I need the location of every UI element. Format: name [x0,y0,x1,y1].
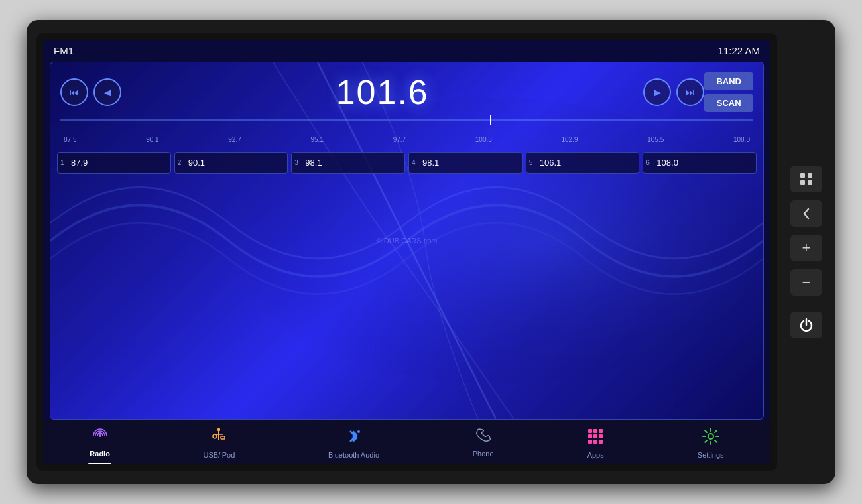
svg-rect-19 [800,173,805,178]
tuner-label: 97.7 [393,136,406,143]
tuner-label: 102.9 [562,136,578,143]
usb-icon [211,428,227,449]
tuner-section: 87.590.192.795.197.7100.3102.9105.5108.0 [50,115,763,147]
tick-marks-svg [60,123,753,135]
side-button-panel: + − [787,159,826,345]
left-controls: ⏮ ◀ [60,78,121,106]
nav-usb-label: USB/iPod [204,451,235,459]
tuner-label: 108.0 [733,136,750,143]
tuner-label: 105.5 [647,136,664,143]
nav-bluetooth-label: Bluetooth Audio [328,451,379,459]
back-button[interactable] [790,200,822,227]
volume-down-button[interactable]: − [790,269,822,296]
svg-rect-13 [593,434,597,438]
preset-number: 2 [178,159,186,166]
preset-button[interactable]: 290.1 [174,152,288,174]
action-buttons: BAND SCAN [704,72,753,112]
svg-point-18 [708,434,713,439]
nav-settings-label: Settings [698,451,724,459]
preset-number: 4 [412,159,420,166]
svg-rect-9 [588,429,592,433]
source-label: FM1 [54,45,74,56]
phone-icon [475,428,491,448]
nav-usb[interactable]: USB/iPod [197,425,242,462]
settings-icon [702,428,719,449]
grid-icon [800,172,813,186]
svg-rect-16 [593,440,597,444]
preset-number: 5 [529,159,537,166]
tuner-label: 100.3 [475,136,492,143]
svg-rect-15 [588,440,592,444]
svg-rect-7 [221,436,225,439]
frequency-display: 101.6 [121,72,643,112]
svg-rect-10 [593,429,597,433]
radio-content: © DUBICARS.com ⏮ ◀ 101.6 ▶ ⏭ BAND SCAN [50,62,764,420]
nav-settings[interactable]: Settings [691,425,731,462]
prev-track-button[interactable]: ⏮ [60,78,88,106]
power-icon [799,318,814,332]
preset-frequency: 90.1 [188,158,205,168]
next-track-button[interactable]: ⏭ [676,78,704,106]
svg-rect-12 [588,434,592,438]
preset-frequency: 106.1 [540,158,562,168]
volume-up-button[interactable]: + [790,235,822,261]
svg-rect-2 [217,428,220,431]
tuner-label: 87.5 [64,136,76,143]
svg-rect-20 [808,173,812,178]
svg-rect-21 [800,180,805,185]
controls-row: ⏮ ◀ 101.6 ▶ ⏭ BAND SCAN [50,62,763,115]
nav-phone[interactable]: Phone [466,425,501,462]
nav-radio[interactable]: Radio [83,425,117,462]
svg-rect-22 [808,180,812,185]
svg-rect-17 [599,440,603,444]
power-button[interactable] [790,312,822,338]
svg-point-8 [357,430,360,433]
back-icon [800,207,813,220]
nav-phone-label: Phone [473,450,494,458]
svg-point-1 [99,434,101,437]
svg-rect-11 [599,429,603,433]
preset-number: 6 [646,159,654,166]
scan-button[interactable]: SCAN [704,94,753,112]
nav-apps-label: Apps [587,451,604,459]
tuner-label: 95.1 [310,136,323,143]
preset-frequency: 98.1 [422,158,439,168]
bluetooth-icon [347,428,360,449]
main-screen: FM1 11:22 AM [43,40,770,464]
preset-button[interactable]: 6108.0 [643,152,757,174]
top-bar: FM1 11:22 AM [43,40,770,62]
nav-apps[interactable]: Apps [580,425,611,462]
forward-button[interactable]: ▶ [643,78,671,106]
preset-number: 1 [60,159,68,166]
nav-bluetooth[interactable]: Bluetooth Audio [322,425,386,462]
preset-button[interactable]: 5106.1 [526,152,640,174]
svg-rect-14 [599,434,603,438]
preset-frequency: 108.0 [656,158,678,168]
screen-bezel: FM1 11:22 AM [36,33,777,471]
grid-button[interactable] [790,166,822,192]
preset-button[interactable]: 187.9 [57,152,171,174]
bottom-nav: Radio USB/iPod Bluetooth Audio Phone App… [43,420,770,464]
radio-icon [91,428,109,448]
tuner-label: 90.1 [146,136,158,143]
clock: 11:22 AM [718,45,760,56]
minus-icon: − [802,274,811,291]
tuner-bar [60,119,753,121]
preset-button[interactable]: 498.1 [408,152,523,174]
preset-button[interactable]: 398.1 [291,152,405,174]
presets-row: 187.9290.1398.1498.15106.16108.0 [50,147,763,179]
preset-frequency: 98.1 [305,158,322,168]
tuner-label: 92.7 [228,136,241,143]
rewind-button[interactable]: ◀ [93,78,121,106]
apps-icon [587,428,604,449]
watermark: © DUBICARS.com [377,237,438,245]
tuner-labels: 87.590.192.795.197.7100.3102.9105.5108.0 [60,136,753,143]
plus-icon: + [802,239,811,257]
right-controls: ▶ ⏭ [643,78,704,106]
nav-radio-label: Radio [90,450,110,458]
preset-frequency: 87.9 [71,158,88,168]
svg-point-5 [213,434,217,438]
band-button[interactable]: BAND [704,72,753,90]
preset-number: 3 [294,159,302,166]
car-infotainment-unit: FM1 11:22 AM [27,20,835,484]
